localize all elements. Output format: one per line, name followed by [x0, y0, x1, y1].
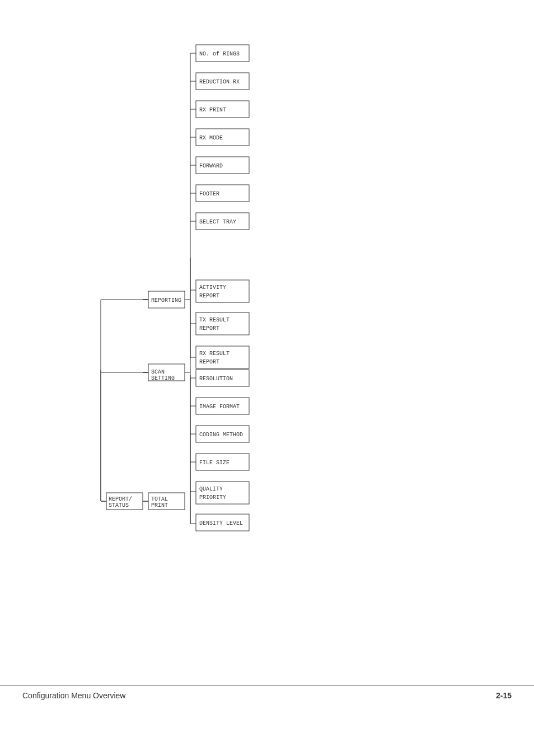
svg-text:REPORT: REPORT [199, 359, 219, 365]
footer-left-text: Configuration Menu Overview [22, 691, 125, 700]
footer-right-text: 2-15 [496, 691, 512, 700]
no-of-rings-label: NO. of RINGS [199, 51, 240, 57]
svg-rect-49 [196, 482, 249, 504]
diagram-svg: NO. of RINGS REDUCTION RX RX PRINT RX MO… [56, 34, 448, 566]
forward-label: FORWARD [199, 163, 223, 169]
rx-result-report-label: RX RESULT [199, 351, 229, 357]
coding-method-label: CODING METHOD [199, 432, 243, 438]
tx-result-report-label: TX RESULT [199, 317, 229, 323]
reporting-label: REPORTING [151, 297, 181, 304]
footer-bar: Configuration Menu Overview 2-15 [0, 685, 534, 700]
svg-text:PRIORITY: PRIORITY [199, 494, 226, 501]
svg-text:REPORT: REPORT [199, 325, 219, 332]
resolution-label: RESOLUTION [199, 376, 233, 382]
report-status-label: REPORT/ [109, 496, 132, 502]
reduction-rx-label: REDUCTION RX [199, 79, 240, 85]
rx-print-label: RX PRINT [199, 107, 226, 113]
image-format-label: IMAGE FORMAT [199, 404, 240, 410]
svg-text:PRINT: PRINT [151, 502, 168, 508]
svg-text:STATUS: STATUS [109, 502, 129, 508]
svg-text:SETTING: SETTING [151, 375, 175, 381]
svg-rect-37 [196, 280, 249, 302]
scan-setting-label: SCAN [151, 369, 165, 375]
footer-box-label: FOOTER [199, 191, 219, 197]
rx-mode-label: RX MODE [199, 135, 223, 141]
svg-text:REPORT: REPORT [199, 293, 219, 299]
svg-rect-41 [196, 346, 249, 368]
total-print-label: TOTAL [151, 496, 168, 502]
page-container: NO. of RINGS REDUCTION RX RX PRINT RX MO… [0, 0, 534, 756]
quality-priority-label: QUALITY [199, 486, 223, 492]
svg-rect-39 [196, 312, 249, 335]
activity-report-label: ACTIVITY [199, 284, 226, 291]
file-size-label: FILE SIZE [199, 460, 229, 466]
select-tray-label: SELECT TRAY [199, 219, 236, 225]
density-level-label: DENSITY LEVEL [199, 520, 243, 526]
